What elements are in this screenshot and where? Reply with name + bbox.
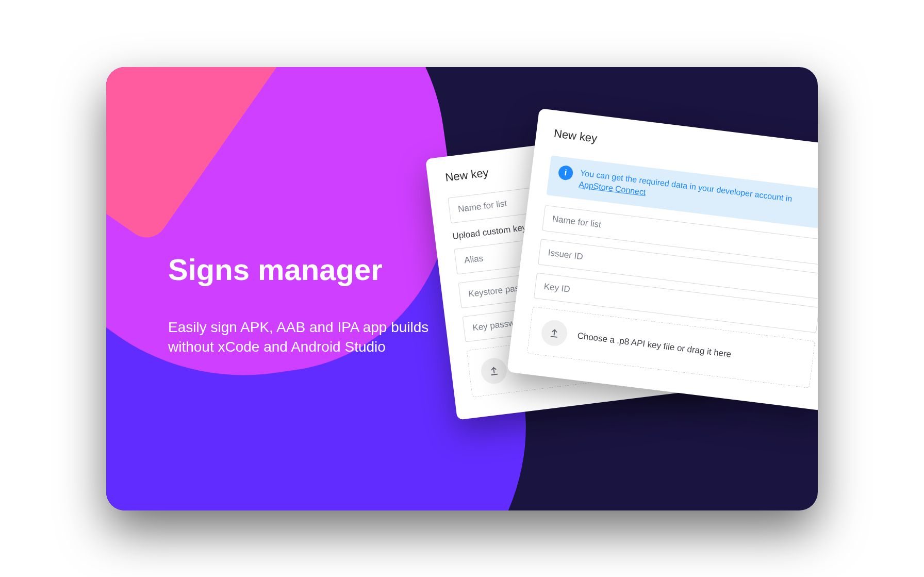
upload-icon bbox=[540, 318, 569, 347]
promo-card: Signs manager Easily sign APK, AAB and I… bbox=[106, 67, 818, 510]
promo-title: Signs manager bbox=[168, 253, 436, 287]
info-text: You can get the required data in your de… bbox=[578, 167, 793, 216]
dialog-title: New key bbox=[444, 166, 489, 184]
dropzone-label: Choose a .p8 API key file or drag it her… bbox=[577, 331, 732, 359]
promo-text: Signs manager Easily sign APK, AAB and I… bbox=[168, 253, 436, 357]
ios-key-dialog: New key × i You can get the required dat… bbox=[507, 108, 818, 411]
info-icon: i bbox=[558, 164, 574, 180]
upload-icon bbox=[480, 356, 508, 385]
dialog-title: New key bbox=[553, 126, 598, 145]
promo-subtitle: Easily sign APK, AAB and IPA app builds … bbox=[168, 318, 436, 357]
